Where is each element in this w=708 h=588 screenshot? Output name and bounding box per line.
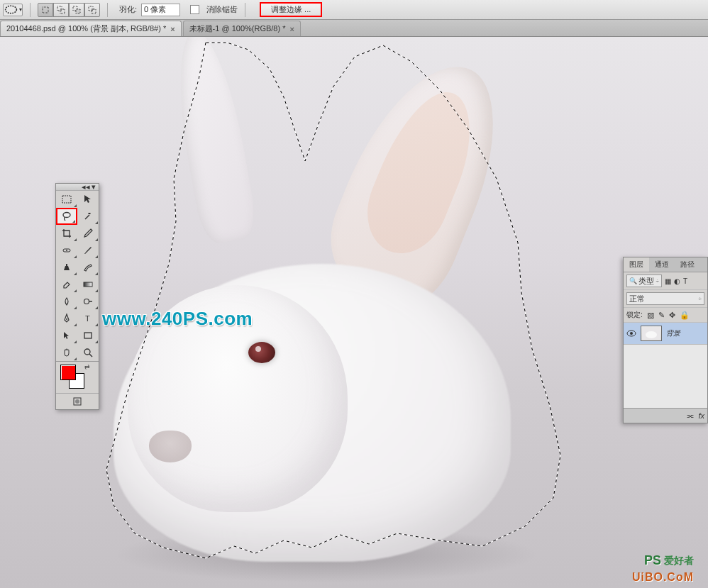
selection-intersect-button[interactable] [84,3,100,17]
path-selection-tool[interactable] [56,327,77,344]
layer-name[interactable]: 背景 [666,328,680,338]
rectangle-shape-tool[interactable] [77,327,99,344]
divider [30,3,31,17]
selection-subtract-button[interactable] [69,3,84,17]
svg-rect-2 [57,6,62,11]
svg-point-13 [84,299,89,304]
filter-adjust-icon[interactable]: ◐ [674,277,680,285]
svg-point-0 [6,6,17,13]
svg-point-17 [84,349,90,355]
type-tool[interactable]: T [77,310,99,327]
panel-tabs: 图层 通道 路径 [624,257,707,272]
color-swatches: ⇄ [56,362,99,393]
tab-channels[interactable]: 通道 [649,257,675,272]
current-tool-indicator[interactable]: ▾ [3,4,23,16]
svg-text:T: T [85,314,90,323]
document-tab-2[interactable]: 未标题-1 @ 100%(RGB/8) * × [183,21,301,36]
svg-rect-16 [84,333,92,338]
divider [107,3,108,17]
move-tool[interactable] [77,191,99,208]
watermark-main: www.240PS.com [102,308,253,330]
tab-layers[interactable]: 图层 [624,257,649,272]
svg-point-19 [75,399,79,404]
svg-point-14 [66,318,67,320]
feather-label: 羽化: [119,4,137,15]
filter-kind-dropdown[interactable]: 🔍类型÷ [626,274,662,287]
lasso-tool[interactable] [56,208,77,225]
divider [245,3,245,17]
zoom-tool[interactable] [77,344,99,361]
document-tab-1[interactable]: 20104468.psd @ 100% (背景 副本, RGB/8#) * × [0,21,182,36]
antialias-checkbox[interactable] [190,5,199,14]
magic-wand-tool[interactable] [77,208,99,225]
options-bar: ▾ 羽化: 消除锯齿 调整边缘 ... [0,0,708,20]
foreground-color-swatch[interactable] [60,365,76,380]
svg-rect-3 [60,9,65,13]
tab-title: 未标题-1 @ 100%(RGB/8) * [189,23,286,34]
layer-row-background[interactable]: 背景 [624,323,707,345]
clone-stamp-tool[interactable] [56,259,77,276]
close-icon[interactable]: × [170,25,175,33]
svg-rect-9 [62,196,71,203]
svg-rect-8 [92,9,93,11]
tools-panel: ◂◂▾ T ⇄ [55,183,99,410]
brush-tool[interactable] [77,242,99,259]
refine-edge-button[interactable]: 调整边缘 ... [260,2,322,17]
crop-tool[interactable] [56,225,77,242]
svg-rect-5 [76,9,80,13]
layers-panel: 图层 通道 路径 🔍类型÷ ▦ ◐ T 正常÷ 锁定: ▧ ✎ ✥ 🔒 背景 ⫘… [623,257,708,423]
svg-point-10 [63,213,70,218]
antialias-label: 消除锯齿 [206,4,238,15]
close-icon[interactable]: × [289,25,294,33]
swap-colors-icon[interactable]: ⇄ [84,363,90,370]
lock-label: 锁定: [626,310,643,320]
blur-tool[interactable] [56,293,77,310]
canvas-area[interactable]: www.240PS.com PS 爱好者 UiBO.CoM [0,37,708,588]
layer-fx-icon[interactable]: fx [698,411,704,420]
eyedropper-tool[interactable] [77,225,99,242]
lock-all-icon[interactable]: 🔒 [680,311,690,320]
filter-pixel-icon[interactable]: ▦ [665,277,671,285]
eraser-tool[interactable] [56,276,77,293]
blend-mode-dropdown[interactable]: 正常÷ [626,292,704,305]
lock-pixels-icon[interactable]: ✎ [658,311,665,320]
lock-position-icon[interactable]: ✥ [669,311,675,320]
layer-thumbnail[interactable] [641,326,662,341]
lock-row: 锁定: ▧ ✎ ✥ 🔒 [624,308,707,323]
lock-transparency-icon[interactable]: ▧ [647,311,654,320]
panel-header[interactable]: ◂◂▾ [56,184,99,191]
svg-point-23 [646,331,657,338]
standard-mode-button[interactable] [56,394,99,409]
selection-new-button[interactable] [38,3,53,17]
layer-list: 背景 [624,323,707,408]
filter-type-icon[interactable]: T [683,277,687,285]
history-brush-tool[interactable] [77,259,99,276]
rectangular-marquee-tool[interactable] [56,191,77,208]
hand-tool[interactable] [56,344,77,361]
selection-add-button[interactable] [53,3,69,17]
svg-point-21 [630,332,633,335]
tab-paths[interactable]: 路径 [675,257,700,272]
svg-rect-1 [43,7,48,13]
feather-input[interactable] [141,4,180,16]
healing-brush-tool[interactable] [56,242,77,259]
panel-footer: ⫘ fx [624,408,707,423]
watermark-domain: UiBO.CoM [632,571,694,584]
tab-title: 20104468.psd @ 100% (背景 副本, RGB/8#) * [6,23,166,34]
svg-rect-12 [84,282,92,287]
layer-filter-row: 🔍类型÷ ▦ ◐ T [624,272,707,290]
selection-mode-group [38,3,100,17]
watermark-bottom-right: PS 爱好者 [644,553,694,568]
visibility-eye-icon[interactable] [626,328,636,338]
link-layers-icon[interactable]: ⫘ [686,411,694,420]
pen-tool[interactable] [56,310,77,327]
document-tabs-bar: 20104468.psd @ 100% (背景 副本, RGB/8#) * × … [0,20,708,37]
dodge-tool[interactable] [77,293,99,310]
gradient-tool[interactable] [77,276,99,293]
